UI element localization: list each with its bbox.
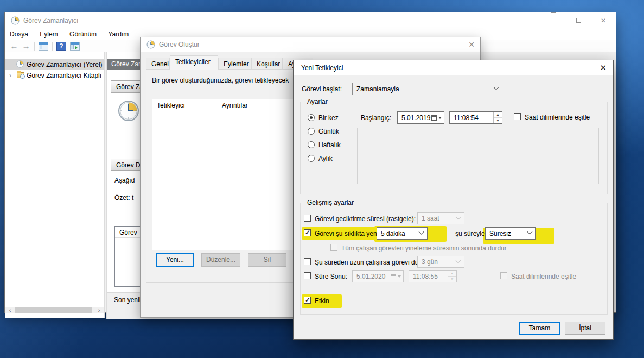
close-button[interactable]: ✕ bbox=[591, 12, 616, 29]
column-divider[interactable] bbox=[218, 99, 218, 111]
ok-button[interactable]: Tamam bbox=[519, 322, 560, 335]
menu-dosya[interactable]: Dosya bbox=[5, 29, 33, 40]
tree-item-task-scheduler-library[interactable]: › Görev Zamanlayıcı Kitaplı bbox=[5, 70, 104, 81]
dialog-title: Yeni Tetikleyici bbox=[301, 64, 343, 72]
scrollbar-thumb[interactable] bbox=[15, 307, 92, 313]
radio-once-label[interactable]: Bir kez bbox=[318, 114, 339, 122]
radio-monthly[interactable] bbox=[308, 155, 315, 162]
new-trigger-dialog: Yeni Tetikleyici ✕ Görevi başlat: Zamanl… bbox=[293, 60, 614, 340]
console-tree-pane: Görev Zamanlayıcı (Yerel) › Görev Zamanl… bbox=[5, 52, 105, 318]
begin-task-label: Görevi başlat: bbox=[302, 85, 342, 93]
repeat-checkbox[interactable] bbox=[304, 229, 311, 236]
expire-checkbox[interactable] bbox=[304, 272, 311, 279]
tab-eylemler[interactable]: Eylemler bbox=[218, 58, 251, 70]
settings-group-label: Ayarlar bbox=[305, 98, 330, 105]
stop-all-checkbox[interactable] bbox=[330, 244, 337, 251]
radio-monthly-label[interactable]: Aylık bbox=[318, 155, 333, 162]
expire-date-value: 5.01.2020 bbox=[356, 273, 391, 280]
radio-once[interactable] bbox=[308, 114, 315, 121]
scroll-left-icon[interactable]: ‹ bbox=[5, 307, 15, 313]
back-icon[interactable]: ← bbox=[9, 42, 19, 51]
stop-long-checkbox[interactable] bbox=[304, 258, 311, 265]
tab-tetikleyiciler[interactable]: Tetikleyiciler bbox=[170, 55, 218, 70]
tree-item-task-scheduler-local[interactable]: Görev Zamanlayıcı (Yerel) bbox=[5, 59, 104, 70]
begin-task-select[interactable]: Zamanlamayla bbox=[352, 83, 502, 95]
clock-icon bbox=[16, 60, 24, 68]
show-action-pane-icon[interactable] bbox=[70, 42, 80, 51]
edit-trigger-button[interactable]: Düzenle... bbox=[201, 253, 240, 267]
repeat-interval-value: 5 dakika bbox=[381, 230, 419, 237]
tab-kosullar[interactable]: Koşullar bbox=[251, 58, 283, 70]
menu-eylem[interactable]: Eylem bbox=[35, 29, 62, 40]
task-scheduler-logo bbox=[118, 100, 139, 122]
chevron-down-icon bbox=[494, 85, 499, 90]
stop-long-select[interactable]: 3 gün bbox=[417, 256, 464, 268]
sync-timezone-label[interactable]: Saat dilimlerinde eşitle bbox=[525, 114, 590, 121]
toolbar-separator bbox=[34, 42, 35, 51]
chevron-right-icon[interactable]: › bbox=[9, 71, 11, 79]
menu-yardim[interactable]: Yardım bbox=[103, 29, 133, 40]
maximize-button[interactable] bbox=[566, 12, 591, 29]
summary-text: Aşağıd bbox=[114, 177, 135, 184]
spin-up-icon[interactable]: ▲ bbox=[494, 112, 502, 118]
delay-select[interactable]: 1 saat bbox=[417, 212, 464, 224]
repeat-interval-select[interactable]: 5 dakika bbox=[377, 227, 428, 240]
spinner-buttons[interactable]: ▲▼ bbox=[448, 271, 456, 282]
spin-down-icon[interactable]: ▼ bbox=[448, 277, 456, 282]
start-date-value: 5.01.2019 bbox=[401, 114, 431, 122]
help-icon[interactable]: ? bbox=[56, 42, 66, 51]
calendar-icon bbox=[431, 115, 437, 121]
chevron-down-icon bbox=[456, 257, 461, 263]
delay-checkbox[interactable] bbox=[304, 215, 311, 222]
show-console-tree-icon[interactable] bbox=[39, 42, 48, 51]
tree-horizontal-scrollbar[interactable]: ‹ › bbox=[5, 307, 104, 313]
expire-time-spinner[interactable]: 11:08:55 ▲▼ bbox=[409, 270, 457, 282]
dialog-clock-icon bbox=[146, 40, 155, 49]
toolbar-separator bbox=[52, 42, 53, 51]
expire-label[interactable]: Süre Sonu: bbox=[315, 273, 347, 280]
spin-up-icon[interactable]: ▲ bbox=[448, 271, 456, 277]
radio-daily[interactable] bbox=[308, 128, 315, 135]
enabled-checkbox[interactable] bbox=[304, 297, 311, 304]
duration-select[interactable]: Süresiz bbox=[485, 227, 536, 240]
start-time-spinner[interactable]: 11:08:54 ▲▼ bbox=[449, 111, 502, 124]
minimize-button[interactable] bbox=[541, 12, 566, 29]
spin-down-icon[interactable]: ▼ bbox=[494, 118, 502, 124]
spinner-buttons[interactable]: ▲▼ bbox=[493, 112, 502, 123]
main-titlebar[interactable]: Görev Zamanlayıcı ✕ bbox=[5, 12, 616, 29]
chevron-down-icon bbox=[456, 214, 461, 219]
tree-item-label: Görev Zamanlayıcı Kitaplı bbox=[27, 72, 101, 79]
cancel-button[interactable]: İptal bbox=[565, 322, 605, 335]
delay-value: 1 saat bbox=[422, 215, 456, 222]
new-trigger-button[interactable]: Yeni... bbox=[156, 253, 194, 267]
duration-label: şu süreyle: bbox=[455, 230, 487, 237]
delay-label[interactable]: Görevi geciktirme süresi (rastgele): bbox=[315, 215, 416, 223]
advanced-settings-group: Gelişmiş ayarlar Görevi geciktirme süres… bbox=[300, 203, 608, 315]
start-date-picker[interactable]: 5.01.2019 bbox=[397, 111, 444, 124]
radio-weekly-label[interactable]: Haftalık bbox=[318, 141, 341, 149]
column-trigger[interactable]: Tetikleyici bbox=[157, 102, 184, 109]
expire-sync-checkbox[interactable] bbox=[500, 272, 507, 279]
expire-date-picker[interactable]: 5.01.2020 bbox=[352, 270, 404, 282]
enabled-label[interactable]: Etkin bbox=[315, 297, 329, 305]
scroll-right-icon[interactable]: › bbox=[94, 307, 104, 313]
new-trigger-titlebar[interactable]: Yeni Tetikleyici ✕ bbox=[294, 60, 613, 76]
dropdown-arrow-icon bbox=[438, 117, 442, 119]
settings-group: Ayarlar Bir kez Günlük Haftalık Aylık Ba… bbox=[300, 102, 608, 194]
menu-gorunum[interactable]: Görünüm bbox=[65, 29, 101, 40]
tab-genel[interactable]: Genel bbox=[146, 58, 170, 70]
delete-trigger-button[interactable]: Sil bbox=[248, 253, 286, 267]
radio-daily-label[interactable]: Günlük bbox=[318, 128, 339, 135]
window-title: Görev Zamanlayıcı bbox=[23, 17, 78, 24]
task-scheduler-icon bbox=[11, 16, 20, 25]
column-details[interactable]: Ayrıntılar bbox=[222, 102, 248, 109]
close-icon[interactable]: ✕ bbox=[468, 41, 475, 48]
stop-long-label[interactable]: Şu süreden uzun çalışırsa görevi durdur: bbox=[315, 259, 432, 266]
sync-timezone-checkbox[interactable] bbox=[514, 113, 521, 120]
chevron-down-icon bbox=[527, 229, 533, 235]
create-task-titlebar[interactable]: Görev Oluştur ✕ bbox=[141, 37, 480, 52]
repeat-label[interactable]: Görevi şu sıklıkta yenile: bbox=[315, 230, 385, 237]
close-icon[interactable]: ✕ bbox=[600, 64, 607, 72]
radio-weekly[interactable] bbox=[308, 141, 315, 148]
forward-icon[interactable]: → bbox=[21, 42, 31, 51]
